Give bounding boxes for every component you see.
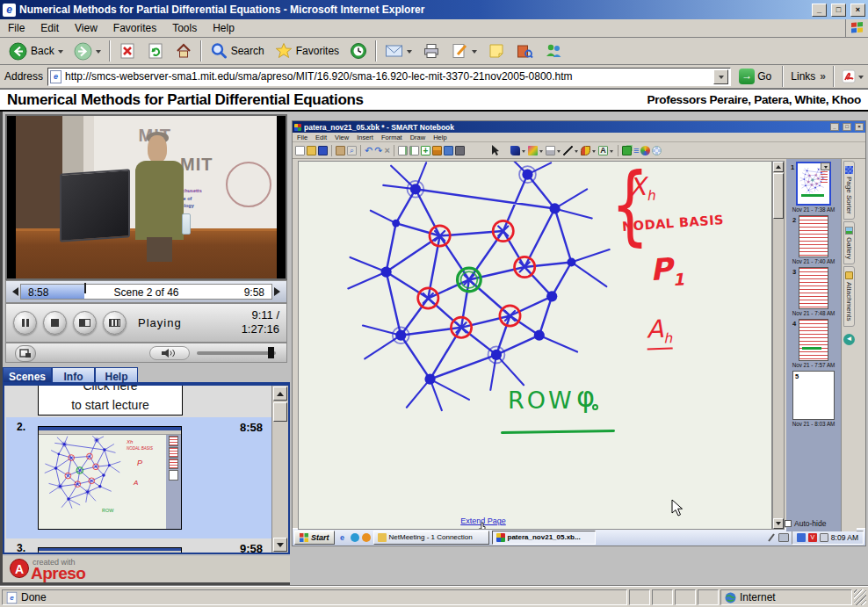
scene-track[interactable]: 8:58 Scene 2 of 46 9:58 — [20, 284, 272, 300]
open-icon — [307, 146, 316, 155]
scene-3-caption: OLD BUSINESS — [63, 552, 123, 554]
annotation-xh: Xh — [628, 171, 655, 206]
scene-item-3[interactable]: 3. 9:58 OLD BUSINESS — [6, 540, 271, 554]
mail-button[interactable] — [380, 40, 417, 61]
stop-playback-button[interactable] — [43, 311, 67, 335]
menu-file[interactable]: File — [0, 20, 33, 36]
tab-help[interactable]: Help — [95, 367, 138, 382]
scene-item-start[interactable]: Click here to start lecture — [38, 384, 183, 416]
annotation-ah: Ah — [646, 314, 672, 350]
playback-time: 9:11 / 1:27:16 — [242, 308, 279, 336]
messenger-button[interactable] — [539, 40, 568, 62]
back-button[interactable]: Back — [4, 40, 69, 63]
zone-label: Internet — [740, 591, 776, 603]
page-2-time: Nov 21 - 7:40 AM — [786, 258, 841, 264]
tab-info[interactable]: Info — [52, 367, 95, 382]
mail-icon — [385, 43, 403, 59]
tab-scenes[interactable]: Scenes — [3, 367, 52, 382]
minimize-button[interactable]: _ — [812, 4, 827, 17]
paste-icon — [336, 146, 345, 155]
scene-2-time: 8:58 — [240, 421, 263, 434]
tray-pen-icon — [767, 532, 776, 543]
notebook-task-icon — [496, 533, 505, 542]
taskbar-clock: 8:09 AM — [831, 533, 858, 542]
menu-favorites[interactable]: Favorites — [105, 20, 164, 36]
back-icon — [9, 42, 27, 61]
home-button[interactable] — [170, 40, 198, 62]
address-bar: Address e http://smcs-webserver-sma1.mit… — [0, 65, 868, 89]
scene-item-2[interactable]: 2. 8:58 Xh NODAL BASIS P A — [6, 417, 271, 538]
volume-slider-thumb[interactable] — [268, 347, 274, 358]
blank-page-icon: + — [421, 146, 430, 155]
video-frame[interactable]: MIT MIT MIT Massachusetts Institute of T… — [5, 114, 287, 280]
status-page-icon: e — [7, 591, 18, 603]
scroll-down-button[interactable] — [273, 538, 287, 552]
edit-button[interactable] — [445, 40, 482, 62]
discuss-button[interactable] — [510, 40, 539, 62]
notebook-side-tabs: Page Sorter Gallery Attachments ◄ — [841, 159, 857, 531]
page-menu-dropdown-icon — [821, 163, 830, 170]
menu-view[interactable]: View — [67, 20, 105, 36]
apreso-brand: Apreso — [31, 564, 85, 583]
tab-attachments: Attachments — [843, 266, 855, 326]
menu-help[interactable]: Help — [205, 20, 242, 36]
page-thumbnail-4: 4 — [799, 319, 828, 361]
mit-seal — [226, 162, 271, 207]
stop-button[interactable] — [113, 40, 141, 62]
history-icon — [350, 42, 367, 60]
address-field[interactable]: e http://smcs-webserver-sma1.mit.edu/sma… — [47, 68, 731, 86]
auto-hide-checkbox — [785, 520, 792, 527]
volume-slider[interactable] — [197, 351, 276, 355]
auto-hide-option: Auto-hide — [785, 519, 826, 528]
search-button[interactable]: Search — [205, 40, 270, 62]
popout-video-button[interactable] — [15, 345, 36, 362]
maximize-button[interactable]: □ — [831, 4, 846, 17]
resize-grip[interactable] — [854, 589, 866, 605]
refresh-button[interactable] — [141, 40, 170, 62]
netmeeting-task-button: NetMeeting - 1 Connection — [373, 531, 489, 545]
creative-pen-icon — [528, 146, 538, 155]
page-thumbnail-2: 2 — [799, 215, 828, 257]
apreso-logo[interactable]: A created with Apreso — [3, 556, 290, 582]
links-label[interactable]: Links — [791, 70, 815, 83]
security-zone-pane: Internet — [720, 589, 852, 605]
capture-icon — [444, 146, 453, 155]
layout-toggle-button[interactable] — [73, 311, 97, 335]
previous-scene-arrow[interactable] — [8, 287, 18, 296]
scroll-thumb[interactable] — [273, 402, 287, 422]
annotation-p1: P1 — [649, 250, 685, 291]
print-icon — [423, 42, 440, 60]
adobe-pdf-button[interactable] — [842, 69, 864, 83]
close-button[interactable]: × — [850, 4, 865, 17]
scroll-up-button[interactable] — [273, 387, 287, 401]
lecture-slide-image[interactable]: patera_nov21_05.xbk * - SMART Notebook _… — [292, 120, 866, 546]
page-sorter-panel: 1 Nov 21 - 7:38 AM 2 Nov 21 - 7:40 AM 3 … — [786, 159, 841, 531]
system-tray: V 8:09 AM — [792, 531, 864, 545]
page-heading: Numerical Methods for Partial Differenti… — [0, 89, 868, 112]
menu-tools[interactable]: Tools — [164, 20, 205, 36]
print-button[interactable] — [417, 40, 445, 62]
scene-2-thumbnail[interactable]: Xh NODAL BASIS P A ROW — [38, 426, 182, 530]
scene-list-scrollbar[interactable] — [271, 386, 288, 553]
search-icon — [210, 42, 228, 60]
links-chevron[interactable]: » — [820, 70, 826, 83]
go-button[interactable]: → Go — [735, 68, 775, 85]
save-icon — [318, 146, 328, 155]
history-button[interactable] — [344, 40, 373, 62]
quicklaunch-media-icon — [362, 533, 371, 542]
stop-icon — [119, 42, 136, 60]
view-mode-button[interactable] — [103, 311, 127, 335]
status-pane-1 — [629, 589, 650, 605]
scene-3-thumbnail[interactable]: OLD BUSINESS — [38, 547, 182, 554]
mute-button[interactable] — [149, 346, 190, 360]
menu-edit[interactable]: Edit — [33, 20, 67, 36]
notes-button[interactable] — [482, 40, 510, 62]
refresh-icon — [147, 42, 164, 60]
forward-button[interactable] — [69, 40, 106, 63]
favorites-button[interactable]: Favorites — [270, 40, 344, 62]
next-scene-arrow[interactable] — [274, 287, 285, 296]
pause-button[interactable] — [13, 311, 37, 335]
notebook-menubar: File Edit View Insert Format Draw Help — [293, 133, 865, 142]
camera-icon — [455, 146, 465, 155]
address-dropdown-button[interactable] — [713, 69, 728, 84]
